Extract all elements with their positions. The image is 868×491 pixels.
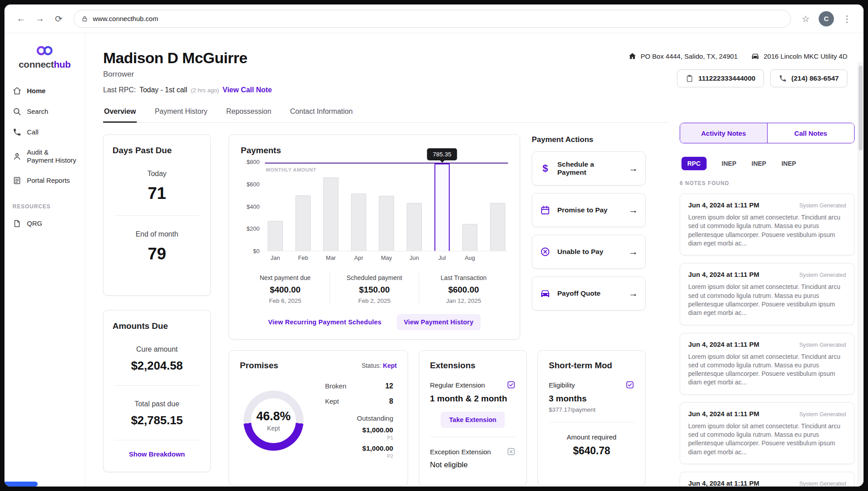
bar-column: Aug [462,162,477,251]
bar[interactable] [490,203,505,251]
browser-menu-icon[interactable]: ⋮ [838,10,855,27]
sidebar-item-qrg[interactable]: QRG [4,213,85,234]
note-source: System Generated [799,411,846,418]
view-recurring-schedules-link[interactable]: View Recurring Payment Schedules [268,319,382,326]
bar[interactable] [379,196,394,251]
tab-call-notes[interactable]: Call Notes [767,123,855,143]
eligibility-label: Eligibility [549,381,575,389]
phone-number-button[interactable]: (214) 863-6547 [770,69,847,87]
divider [430,437,516,437]
bookmark-star-icon[interactable]: ☆ [797,10,814,27]
bar-highlighted[interactable]: 785.35 [434,164,450,251]
note-card[interactable]: Jun 4, 2024 at 1:11 PM System Generated … [680,472,855,487]
sidebar-item-label: Portal Reports [27,177,70,185]
dpd-eom-label: End of month [113,230,201,238]
account-number-button[interactable]: 111222333444000 [677,69,764,87]
back-button[interactable]: ← [13,10,30,27]
action-label: Schedule a Payment [557,160,622,177]
payments-title: Payments [241,146,508,155]
promises-stats: Broken 12 Kept 8 [325,382,393,459]
filter-chip-inep[interactable]: INEP [722,160,737,167]
stat-date: Feb 2, 2025 [334,297,415,304]
sidebar-item-portal-reports[interactable]: Portal Reports [4,170,85,191]
promises-header: Promises Status: Kept [240,361,397,370]
search-icon [13,107,22,116]
tab-activity-notes[interactable]: Activity Notes [680,123,767,143]
last-rpc-row: Last RPC: Today - 1st call (2 hrs ago) V… [103,86,272,94]
refresh-button[interactable]: ⟳ [50,10,67,27]
tab-payment-history[interactable]: Payment History [154,103,208,122]
note-card[interactable]: Jun 4, 2024 at 1:11 PM System Generated … [680,402,855,464]
note-card[interactable]: Jun 4, 2024 at 1:11 PM System Generated … [680,333,855,395]
chart-y-axis: $800 $600 $400 $200 $0 [241,159,265,254]
tab-overview[interactable]: Overview [103,103,137,123]
bar[interactable] [351,194,366,251]
last-transaction-stat: Last Transaction $600.00 Jan 12, 2025 [419,273,508,305]
sidebar-item-label: Search [27,108,48,116]
view-call-note-link[interactable]: View Call Note [223,86,272,94]
note-source: System Generated [799,481,846,487]
amount-required-label: Amount required [549,433,634,441]
status-value: Kept [383,362,397,369]
outstanding-label: Outstanding [325,414,393,422]
tab-contact-information[interactable]: Contact Information [289,103,354,122]
bar[interactable] [462,224,477,251]
bar[interactable] [268,221,283,251]
filter-chip-inep[interactable]: INEP [751,160,766,167]
filter-chip-rpc[interactable]: RPC [681,157,707,170]
profile-avatar[interactable]: C [819,11,834,26]
divider [114,385,200,386]
browser-chrome: ← → ⟳ www.connecthub.com ☆ C ⋮ [4,4,864,33]
broken-row: Broken 12 [325,382,393,390]
bar[interactable] [407,203,422,251]
note-date: Jun 4, 2024 at 1:11 PM [688,479,759,487]
arrow-right-icon: → [629,246,638,257]
tab-bar: Overview Payment History Repossession Co… [103,103,669,123]
forward-button[interactable]: → [31,10,48,27]
borrower-summary: Madison D McGuirre Borrower Last RPC: To… [103,49,272,94]
per-payment-value: $377.17/payment [549,406,634,413]
y-tick: $200 [247,225,260,232]
vertical-scrollbar-thumb[interactable] [859,65,863,151]
note-date: Jun 4, 2024 at 1:11 PM [688,340,759,348]
vehicle-text: 2016 Lincoln MKC Utility 4D [764,52,847,60]
vertical-scrollbar[interactable] [858,62,864,487]
sidebar-item-audit-payment-history[interactable]: Audit & Payment History [4,142,85,170]
total-past-due-label: Total past due [113,400,201,408]
notes-list[interactable]: Jun 4, 2024 at 1:11 PM System Generated … [680,194,855,487]
payoff-quote-button[interactable]: Payoff Quote → [532,276,646,310]
tab-repossession[interactable]: Repossession [226,103,273,122]
note-source: System Generated [799,202,846,209]
checkbox-x-icon [507,447,516,456]
bar[interactable] [323,177,339,251]
address-bar[interactable]: www.connecthub.com [74,10,791,28]
sidebar-item-label: Call [27,128,39,136]
promise-to-pay-button[interactable]: Promise to Pay → [532,193,646,227]
main-content: Overview Payment History Repossession Co… [85,94,669,487]
sidebar-item-call[interactable]: Call [4,122,85,142]
cure-amount: Cure amount $2,204.58 [113,345,201,373]
filter-chip-inep[interactable]: INEP [781,160,796,167]
resources-section-label: RESOURCES [4,191,85,213]
stat-label: Last Transaction [423,274,504,281]
notes-toggle: Activity Notes Call Notes [680,123,855,143]
show-breakdown-button[interactable]: Show Breakdown [129,450,185,458]
short-term-mod-card: Short-term Mod Eligibility 3 months $377… [538,350,646,486]
sidebar-item-home[interactable]: Home [4,81,85,101]
schedule-a-payment-button[interactable]: $ Schedule a Payment → [532,151,646,185]
home-icon [628,52,637,60]
app-logo: connecthub [4,33,85,81]
horizontal-scrollbar-thumb[interactable] [4,482,38,487]
sidebar-item-search[interactable]: Search [4,101,85,122]
unable-to-pay-button[interactable]: Unable to Pay → [532,235,646,269]
note-card[interactable]: Jun 4, 2024 at 1:11 PM System Generated … [680,263,855,325]
view-payment-history-link[interactable]: View Payment History [397,314,481,330]
bar[interactable] [295,195,311,251]
phone-icon [779,74,787,82]
take-extension-button[interactable]: Take Extension [441,412,505,428]
note-body: Lorem ipsum dolor sit amet consectetur. … [688,213,846,248]
promises-status: Status: Kept [361,362,397,369]
last-rpc-ago: (2 hrs ago) [191,87,219,94]
sidebar-item-label: QRG [27,220,42,228]
note-card[interactable]: Jun 4, 2024 at 1:11 PM System Generated … [680,194,855,255]
